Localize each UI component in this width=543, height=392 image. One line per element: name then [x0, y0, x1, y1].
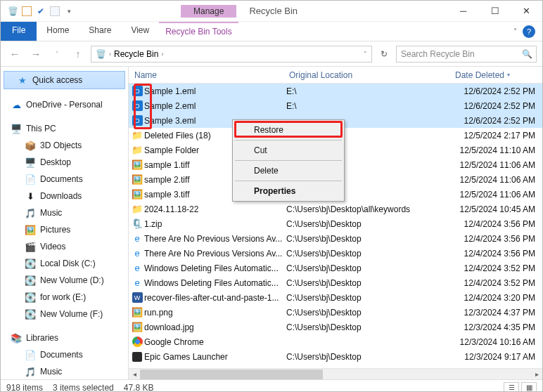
file-date: 12/5/2024 11:06 AM	[452, 160, 542, 170]
column-name[interactable]: Name	[129, 70, 286, 80]
tab-share[interactable]: Share	[79, 22, 121, 41]
sidebar-label: Downloads	[40, 191, 82, 201]
sidebar-onedrive[interactable]: ☁ OneDrive - Personal	[1, 96, 128, 113]
file-icon: O	[130, 100, 144, 111]
file-row[interactable]: OSample 2.emlE:\12/6/2024 2:52 PM	[129, 98, 542, 113]
file-name: download.jpg	[144, 322, 286, 332]
path-text: Recycle Bin	[114, 49, 158, 59]
qat-item[interactable]	[50, 6, 60, 16]
scroll-left-button[interactable]: ◂	[129, 370, 140, 378]
maximize-button[interactable]: ☐	[479, 1, 511, 22]
column-date[interactable]: Date Deleted ▾	[452, 70, 542, 80]
file-row[interactable]: eThere Are No Previous Versions Av...C:\…	[129, 246, 542, 261]
file-icon	[130, 352, 144, 362]
minimize-button[interactable]: ─	[447, 1, 479, 22]
sidebar-label: New Volume (D:)	[40, 275, 104, 285]
file-icon: 🖼️	[130, 322, 144, 333]
file-icon: 📁	[130, 204, 144, 215]
forward-button[interactable]: →	[27, 46, 44, 63]
scroll-right-button[interactable]: ▸	[531, 370, 542, 378]
recent-dropdown[interactable]: ˅	[49, 46, 65, 63]
file-row[interactable]: 🖼️run.pngC:\Users\bj\Desktop12/3/2024 4:…	[129, 305, 542, 320]
path-dropdown-icon[interactable]: ˅	[364, 51, 367, 58]
sidebar-quick-access[interactable]: ★ Quick access	[4, 71, 125, 89]
file-location: C:\Users\bj\Desktop	[286, 322, 452, 332]
view-tiles-button[interactable]: ▦	[521, 382, 537, 393]
tab-view[interactable]: View	[121, 22, 159, 41]
sidebar-label: Local Disk (C:)	[40, 259, 96, 268]
file-icon: O	[130, 115, 144, 126]
file-row[interactable]: eWindows Deleting Files Automatic...C:\U…	[129, 275, 542, 290]
file-row[interactable]: OSample 1.emlE:\12/6/2024 2:52 PM	[129, 84, 542, 98]
path-box[interactable]: 🗑️ › Recycle Bin › ˅	[91, 46, 372, 63]
file-row[interactable]: Epic Games LauncherC:\Users\bj\Desktop12…	[129, 349, 542, 364]
file-row[interactable]: 🗜️1.zipC:\Users\bj\Desktop12/4/2024 3:56…	[129, 216, 542, 231]
file-location: C:\Users\bj\Desktop	[286, 263, 452, 273]
file-row[interactable]: eThere Are No Previous Versions Av...C:\…	[129, 231, 542, 246]
sidebar-icon: 💽	[25, 258, 36, 269]
ribbon-context-tab[interactable]: Manage	[181, 5, 236, 18]
quick-access-toolbar: 🗑️ ✔ ▾	[1, 5, 75, 18]
file-row[interactable]: 🖼️download.jpgC:\Users\bj\Desktop12/3/20…	[129, 320, 542, 334]
column-location[interactable]: Original Location	[286, 70, 452, 80]
sidebar-item[interactable]: 💽New Volume (F:)	[1, 306, 128, 322]
sidebar-item[interactable]: 🎬Videos	[1, 238, 128, 255]
help-icon[interactable]: ?	[523, 25, 535, 38]
up-button[interactable]: ↑	[70, 46, 87, 63]
sidebar-icon: 🖼️	[25, 224, 36, 235]
sidebar-icon: ⬇	[25, 190, 36, 202]
file-icon: 🖼️	[130, 307, 144, 318]
file-icon: 🖼️	[130, 159, 144, 171]
refresh-button[interactable]: ↻	[376, 46, 392, 62]
qat-dropdown-icon[interactable]: ▾	[63, 5, 75, 18]
file-date: 12/6/2024 2:52 PM	[452, 86, 542, 96]
tab-home[interactable]: Home	[37, 22, 79, 41]
file-location: C:\Users\bj\Desktop	[286, 278, 452, 288]
file-row[interactable]: eWindows Deleting Files Automatic...C:\U…	[129, 261, 542, 275]
close-button[interactable]: ✕	[511, 1, 542, 22]
sidebar-item[interactable]: 🎵Music	[1, 204, 128, 221]
ribbon-expand-icon[interactable]: ˅	[513, 27, 517, 35]
horizontal-scrollbar[interactable]: ◂ ▸	[129, 368, 542, 379]
sort-desc-icon: ▾	[507, 72, 510, 78]
ctx-cut[interactable]: Cut	[233, 142, 344, 159]
titlebar: 🗑️ ✔ ▾ Manage Recycle Bin ─ ☐ ✕	[1, 1, 542, 22]
sidebar-item[interactable]: 💽for work (E:)	[1, 289, 128, 306]
scroll-thumb[interactable]	[140, 370, 323, 379]
file-date: 12/5/2024 11:06 AM	[452, 175, 542, 185]
search-placeholder: Search Recycle Bin	[401, 49, 475, 59]
sidebar-item[interactable]: 💽Local Disk (C:)	[1, 255, 128, 272]
file-location: C:\Users\bj\Desktop	[286, 249, 452, 259]
file-row[interactable]: 📁2024.11.18-22C:\Users\bj\Desktop\all\ke…	[129, 202, 542, 216]
back-button[interactable]: ←	[6, 46, 23, 63]
qat-check-icon[interactable]: ✔	[34, 5, 47, 18]
sidebar-thispc[interactable]: 🖥️ This PC	[1, 120, 128, 137]
sidebar-icon: 💽	[25, 292, 36, 303]
sidebar-item[interactable]: 📄Documents	[1, 171, 128, 188]
sidebar-item[interactable]: 🖥️Desktop	[1, 154, 128, 171]
sidebar-item[interactable]: ⬇Downloads	[1, 188, 128, 204]
ctx-restore[interactable]: Restore	[233, 122, 344, 138]
file-date: 12/3/2024 4:37 PM	[452, 308, 542, 318]
ctx-properties[interactable]: Properties	[233, 183, 344, 200]
sidebar-item[interactable]: 📦3D Objects	[1, 137, 128, 154]
pc-icon: 🖥️	[11, 123, 22, 134]
qat-item[interactable]	[22, 6, 32, 16]
sidebar-item[interactable]: 💽New Volume (D:)	[1, 272, 128, 289]
file-row[interactable]: Wrecover-files-after-cut-and-paste-1...C…	[129, 290, 542, 305]
tab-recycle-tools[interactable]: Recycle Bin Tools	[159, 22, 238, 41]
search-input[interactable]: Search Recycle Bin 🔍	[396, 46, 537, 63]
file-icon: W	[130, 292, 144, 303]
scroll-track[interactable]	[140, 370, 531, 379]
tab-file[interactable]: File	[1, 22, 37, 41]
sidebar-item[interactable]: 🖼️Pictures	[1, 221, 128, 238]
view-details-button[interactable]: ☰	[504, 382, 519, 393]
sidebar-item[interactable]: 🎵Music	[1, 363, 128, 379]
ctx-delete[interactable]: Delete	[233, 162, 344, 179]
sidebar-libraries[interactable]: 📚 Libraries	[1, 329, 128, 346]
file-date: 12/5/2024 11:06 AM	[452, 190, 542, 200]
file-row[interactable]: Google Chrome12/3/2024 10:16 AM	[129, 334, 542, 349]
ctx-separator	[235, 140, 342, 141]
status-selected: 3 items selected	[53, 383, 114, 393]
sidebar-item[interactable]: 📄Documents	[1, 346, 128, 363]
